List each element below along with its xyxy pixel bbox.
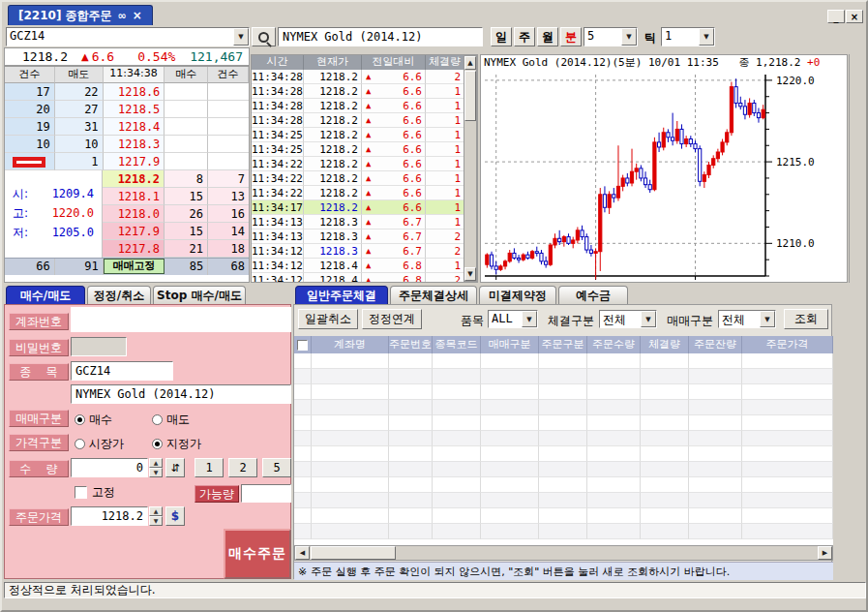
table-row[interactable] (294, 415, 833, 431)
tab-close-icon[interactable]: × (133, 9, 142, 22)
order-price-input[interactable]: 1218.2 (71, 506, 148, 526)
orders-hscrollbar[interactable]: ◀ ▶ (294, 545, 833, 561)
bid-price[interactable]: 1217.9 (103, 223, 165, 240)
select-all-checkbox[interactable] (294, 336, 312, 353)
table-row[interactable] (294, 477, 833, 493)
table-row[interactable] (294, 400, 833, 415)
qty-input[interactable]: 0 (71, 458, 148, 477)
trade-lock-button[interactable]: 매매고정 (104, 259, 165, 274)
ask-row[interactable]: 11217.9 (5, 153, 249, 170)
bid-price[interactable]: 1218.0 (103, 205, 165, 223)
minimize-button[interactable]: _ (827, 10, 845, 23)
instrument-field[interactable]: NYMEX Gold (2014.12) (71, 384, 291, 404)
symbol-combobox[interactable]: GCZ14 ▼ (6, 27, 250, 46)
chevron-down-icon[interactable]: ▼ (522, 311, 537, 327)
item-filter-select[interactable]: ALL ▼ (488, 310, 538, 328)
bid-row[interactable]: 1217.91514 (103, 223, 249, 240)
ask-price[interactable]: 1218.5 (104, 101, 165, 118)
chevron-down-icon[interactable]: ▼ (641, 311, 656, 327)
time-sales-row[interactable]: 11:34:281218.2▲6.61 (252, 99, 477, 113)
ask-row[interactable]: 20271218.5 (5, 101, 249, 118)
table-row[interactable] (294, 462, 833, 477)
chevron-down-icon[interactable]: ▼ (233, 28, 249, 46)
period-day-button[interactable]: 일 (491, 27, 512, 46)
chevron-down-icon[interactable]: ▼ (621, 28, 637, 46)
scroll-right-icon[interactable]: ▶ (818, 546, 832, 560)
dollar-button[interactable]: $ (165, 506, 185, 526)
ask-price[interactable]: 1217.9 (104, 153, 165, 170)
tick-select[interactable]: 1 ▼ (661, 27, 715, 46)
bid-price[interactable]: 1217.8 (103, 240, 165, 258)
side-buy-radio[interactable]: 매수 (75, 412, 112, 428)
minute-select[interactable]: 5 ▼ (584, 27, 638, 46)
ask-row[interactable]: 17221218.6 (5, 83, 249, 101)
order-entry-tab[interactable]: 정정/취소 (87, 286, 151, 304)
limit-price-radio[interactable]: 지정가 (152, 436, 201, 452)
side-filter-select[interactable]: 전체 ▼ (718, 310, 776, 328)
time-sales-row[interactable]: 11:34:281218.2▲6.61 (252, 113, 477, 128)
scrollbar-thumb[interactable] (311, 546, 396, 560)
link-icon[interactable]: ∞ (118, 10, 127, 22)
qty-quick-5-button[interactable]: 5 (262, 458, 291, 477)
period-month-button[interactable]: 월 (537, 27, 558, 46)
market-price-radio[interactable]: 시장가 (75, 436, 124, 452)
table-row[interactable] (294, 369, 833, 384)
table-row[interactable] (294, 384, 833, 400)
time-sales-row[interactable]: 11:34:251218.2▲6.61 (252, 142, 477, 157)
chevron-down-icon[interactable]: ▼ (699, 28, 714, 46)
qty-quick-1-button[interactable]: 1 (195, 458, 224, 477)
ask-price[interactable]: 1218.3 (104, 136, 165, 153)
table-row[interactable] (294, 508, 833, 524)
time-sales-row[interactable]: 11:34:281218.2▲6.61 (252, 84, 477, 99)
search-button[interactable] (252, 27, 276, 46)
time-sales-row[interactable]: 11:34:121218.4▲6.82 (252, 273, 477, 283)
cancel-all-button[interactable]: 일괄취소 (298, 309, 358, 329)
time-sales-row[interactable]: 11:34:281218.2▲6.62 (252, 70, 477, 84)
table-row[interactable] (294, 446, 833, 462)
bid-price[interactable]: 1218.1 (103, 188, 165, 205)
period-week-button[interactable]: 주 (514, 27, 535, 46)
qty-stepper[interactable]: ▲▼ (149, 458, 163, 477)
bid-row[interactable]: 1218.287 (103, 170, 249, 188)
time-sales-row[interactable]: 11:34:131218.3▲6.72 (252, 230, 477, 244)
amend-link-button[interactable]: 정정연계 (362, 309, 422, 329)
symbol-field[interactable]: GCZ14 (71, 361, 173, 381)
orders-tab[interactable]: 예수금 (558, 286, 628, 304)
table-row[interactable] (294, 353, 833, 369)
order-entry-tab[interactable]: Stop 매수/매도 (153, 286, 246, 304)
bid-price[interactable]: 1218.2 (103, 170, 165, 188)
time-sales-row[interactable]: 11:34:121218.4▲6.81 (252, 259, 477, 273)
time-sales-row[interactable]: 11:34:131218.3▲6.71 (252, 215, 477, 230)
ask-row[interactable]: 10101218.3 (5, 136, 249, 153)
qty-quick-2-button[interactable]: 2 (228, 458, 257, 477)
orders-tab[interactable]: 주문체결상세 (390, 286, 477, 304)
period-minute-button[interactable]: 분 (560, 27, 582, 46)
query-button[interactable]: 조회 (784, 309, 828, 329)
ask-row[interactable]: 19311218.4 (5, 118, 249, 136)
scrollbar-thumb[interactable] (464, 71, 476, 121)
time-sales-row[interactable]: 11:34:121218.3▲6.72 (252, 244, 477, 259)
password-field[interactable] (71, 337, 127, 356)
time-sales-row[interactable]: 11:34:221218.2▲6.61 (252, 171, 477, 186)
time-sales-row[interactable]: 11:34:251218.2▲6.61 (252, 128, 477, 142)
orders-tab[interactable]: 일반주문체결 (295, 286, 388, 304)
time-sales-scrollbar[interactable]: ▲ ▼ (464, 55, 477, 282)
close-button[interactable]: × (846, 10, 863, 23)
scroll-down-icon[interactable]: ▼ (464, 267, 476, 281)
table-row[interactable] (294, 524, 833, 539)
bid-row[interactable]: 1218.02616 (103, 205, 249, 223)
order-entry-tab[interactable]: 매수/매도 (6, 286, 85, 304)
chevron-down-icon[interactable]: ▼ (760, 311, 775, 327)
scroll-left-icon[interactable]: ◀ (295, 546, 310, 560)
ask-price[interactable]: 1218.4 (104, 118, 165, 136)
fixed-checkbox[interactable]: 고정 (75, 484, 115, 501)
side-sell-radio[interactable]: 매도 (152, 412, 190, 428)
table-row[interactable] (294, 431, 833, 446)
fill-type-select[interactable]: 전체 ▼ (599, 310, 657, 328)
scroll-up-icon[interactable]: ▲ (464, 56, 476, 70)
time-sales-row[interactable]: 11:34:171218.2▲6.61 (252, 200, 477, 215)
time-sales-row[interactable]: 11:34:221218.2▲6.61 (252, 157, 477, 171)
account-select[interactable] (71, 307, 291, 332)
transfer-qty-button[interactable]: ⇵ (165, 458, 185, 477)
order-price-stepper[interactable]: ▲▼ (149, 506, 163, 526)
